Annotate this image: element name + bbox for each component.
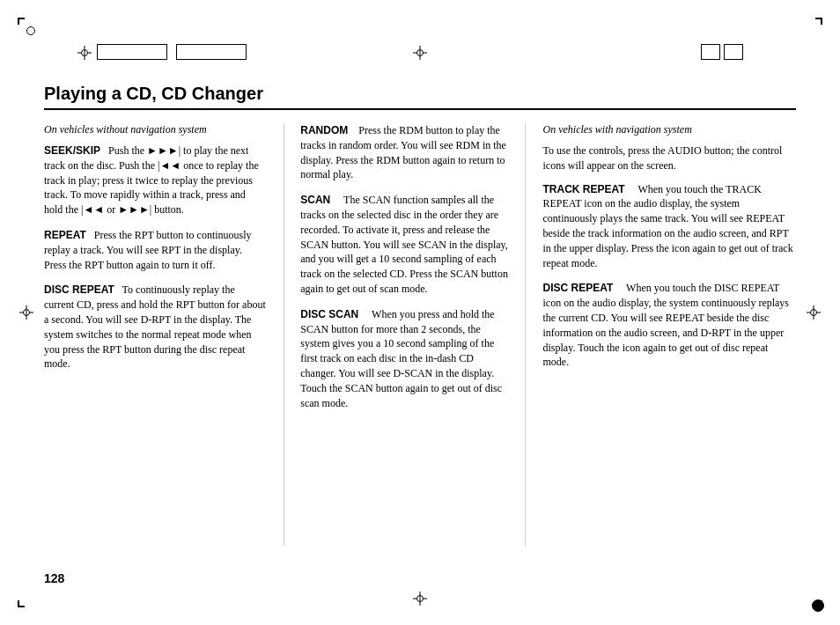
corner-mark-tr bbox=[807, 18, 822, 33]
section-repeat: REPEAT Press the RPT button to continuou… bbox=[44, 228, 266, 272]
column-middle: RANDOM Press the RDM button to play the … bbox=[284, 123, 525, 546]
seek-skip-text: SEEK/SKIP Push the ►►►| to play the next… bbox=[44, 143, 266, 217]
section-disc-repeat: DISC REPEAT To continuously replay the c… bbox=[44, 283, 266, 371]
page-number: 128 bbox=[44, 571, 64, 585]
top-box-1 bbox=[97, 44, 167, 60]
repeat-title: REPEAT bbox=[44, 229, 86, 241]
content-area: On vehicles without navigation system SE… bbox=[44, 123, 796, 546]
registration-circle-br bbox=[812, 599, 824, 612]
top-box-right-2 bbox=[724, 44, 743, 60]
section-disc-repeat-nav: DISC REPEAT When you touch the DISC REPE… bbox=[543, 281, 796, 370]
column-right: On vehicles with navigation system To us… bbox=[526, 123, 796, 546]
scan-text: SCAN The SCAN function samples all the t… bbox=[300, 193, 508, 297]
disc-repeat-nav-text: DISC REPEAT When you touch the DISC REPE… bbox=[543, 281, 796, 370]
random-text: RANDOM Press the RDM button to play the … bbox=[300, 123, 508, 182]
disc-scan-title: DISC SCAN bbox=[300, 308, 358, 320]
top-box-2 bbox=[176, 44, 247, 60]
top-boxes-right bbox=[701, 44, 743, 60]
track-repeat-title: TRACK REPEAT bbox=[543, 183, 625, 195]
crosshair-top-center bbox=[413, 46, 427, 60]
repeat-text: REPEAT Press the RPT button to continuou… bbox=[44, 228, 266, 272]
disc-scan-text: DISC SCAN When you press and hold the SC… bbox=[300, 307, 508, 411]
nav-intro-text: To use the controls, press the AUDIO but… bbox=[543, 143, 796, 173]
crosshair-mid-left bbox=[19, 305, 33, 320]
page-title: Playing a CD, CD Changer bbox=[44, 84, 796, 104]
crosshair-bottom-center bbox=[413, 592, 427, 606]
track-repeat-text: TRACK REPEAT When you touch the TRACK RE… bbox=[543, 182, 796, 271]
disc-repeat-text: DISC REPEAT To continuously replay the c… bbox=[44, 283, 266, 371]
top-area bbox=[44, 26, 796, 79]
top-boxes-left bbox=[97, 44, 247, 60]
top-box-right-1 bbox=[701, 44, 720, 60]
scan-title: SCAN bbox=[300, 194, 330, 206]
column-left: On vehicles without navigation system SE… bbox=[44, 123, 284, 546]
disc-repeat-nav-title: DISC REPEAT bbox=[543, 282, 614, 294]
page: Playing a CD, CD Changer On vehicles wit… bbox=[0, 0, 840, 625]
section-random: RANDOM Press the RDM button to play the … bbox=[300, 123, 508, 182]
section-disc-scan: DISC SCAN When you press and hold the SC… bbox=[300, 307, 508, 411]
left-italic-heading: On vehicles without navigation system bbox=[44, 123, 266, 136]
random-title: RANDOM bbox=[300, 124, 348, 136]
section-seek-skip: SEEK/SKIP Push the ►►►| to play the next… bbox=[44, 143, 266, 217]
section-scan: SCAN The SCAN function samples all the t… bbox=[300, 193, 508, 297]
section-track-repeat: TRACK REPEAT When you touch the TRACK RE… bbox=[543, 182, 796, 271]
crosshair-top-left bbox=[77, 46, 92, 60]
title-bar: Playing a CD, CD Changer bbox=[44, 84, 796, 110]
crosshair-mid-right bbox=[807, 305, 821, 320]
seek-skip-title: SEEK/SKIP bbox=[44, 144, 100, 157]
disc-repeat-title: DISC REPEAT bbox=[44, 283, 114, 296]
corner-mark-bl bbox=[18, 592, 33, 607]
registration-circle-tl bbox=[26, 26, 35, 35]
right-italic-heading: On vehicles with navigation system bbox=[543, 123, 796, 136]
